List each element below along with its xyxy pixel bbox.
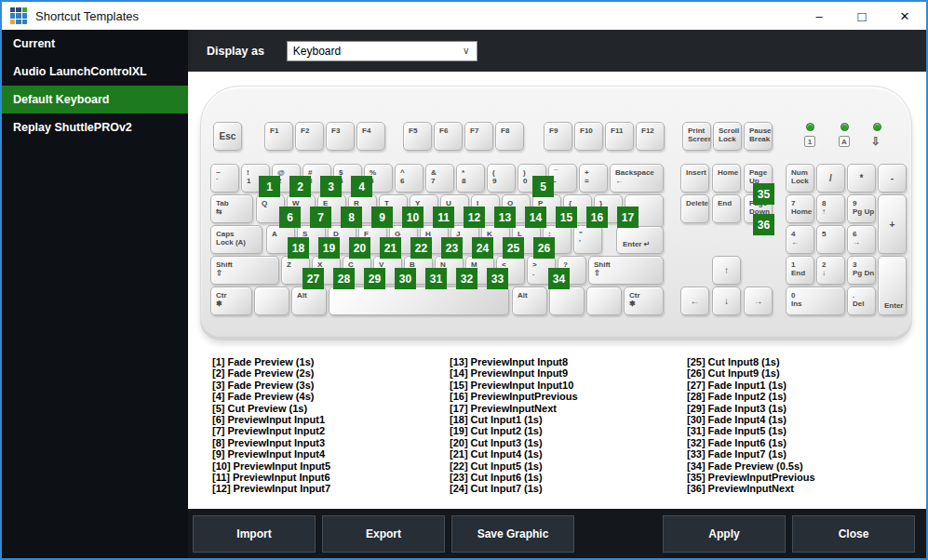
key-alt: Alt bbox=[291, 287, 327, 315]
footer-toolbar: ImportExportSave GraphicApplyClose bbox=[188, 509, 926, 558]
shortcut-list-item: [16] PreviewInputPrevious bbox=[450, 391, 578, 402]
key-label: 9 bbox=[492, 177, 515, 185]
sidebar-item-current[interactable]: Current bbox=[2, 30, 188, 58]
key-label: End bbox=[718, 199, 740, 207]
import-button[interactable]: Import bbox=[193, 515, 316, 553]
key-label: Shift bbox=[216, 260, 278, 269]
shortcut-badge-3: 3 bbox=[320, 176, 342, 197]
shortcut-badge-19: 19 bbox=[318, 237, 340, 259]
key-label: F5 bbox=[409, 127, 431, 135]
key-f6: F6 bbox=[434, 122, 463, 151]
export-button[interactable]: Export bbox=[322, 515, 445, 553]
key-label: F6 bbox=[439, 127, 462, 135]
key-f12: F12 bbox=[636, 122, 665, 151]
key-pause-break: PauseBreak bbox=[744, 122, 773, 151]
app-logo-tile bbox=[16, 13, 20, 18]
shortcut-list-item: [27] Fade Input1 (1s) bbox=[687, 380, 815, 391]
key-label: Pg Up bbox=[853, 207, 875, 216]
key-enter: Enter ↵ bbox=[616, 226, 664, 254]
key-blank: += bbox=[579, 164, 608, 193]
key-f11: F11 bbox=[605, 122, 634, 151]
close-button[interactable]: Close bbox=[792, 515, 915, 553]
key-backspace: Backspace← bbox=[610, 164, 664, 193]
shortcut-badge-30: 30 bbox=[395, 268, 416, 289]
app-logo-tile bbox=[16, 7, 20, 12]
key-label: ← bbox=[615, 177, 663, 185]
shortcut-badge-36: 36 bbox=[753, 214, 774, 235]
key-label: Num bbox=[791, 168, 814, 177]
shortcut-list-item: [9] PreviewInput Input4 bbox=[212, 448, 330, 460]
key-f3: F3 bbox=[326, 122, 355, 151]
key-6: ^6 bbox=[395, 164, 424, 193]
key-label: Insert bbox=[686, 168, 708, 177]
content-panel: EscF1F2F3F4F5F6F7F8F9F10F11F12PrintScree… bbox=[188, 72, 926, 509]
key-label: Ctr bbox=[216, 291, 251, 300]
key-label: Scroll bbox=[719, 127, 741, 135]
window-title: Shortcut Templates bbox=[35, 9, 139, 23]
minimize-button[interactable]: – bbox=[798, 2, 841, 30]
key-label: ~ bbox=[216, 168, 238, 177]
key-label: F3 bbox=[331, 127, 354, 135]
key-label: → bbox=[853, 238, 875, 247]
sidebar-item-replay-shuttleprov2[interactable]: Replay ShuttlePROv2 bbox=[2, 113, 188, 141]
key-f4: F4 bbox=[356, 122, 385, 151]
shortcut-list-item: [21] Cut Input4 (1s) bbox=[450, 448, 578, 460]
shortcut-badge-9: 9 bbox=[371, 207, 393, 228]
apply-button[interactable]: Apply bbox=[663, 515, 786, 553]
app-logo-tile bbox=[22, 20, 27, 24]
key-label: ← bbox=[791, 238, 814, 247]
key-f10: F10 bbox=[574, 122, 603, 151]
app-logo-tile bbox=[16, 20, 20, 24]
key-9: (9 bbox=[487, 164, 516, 193]
key-shift: Shift⇧ bbox=[588, 256, 664, 285]
key-ctr: Ctr✱ bbox=[624, 287, 664, 315]
numlock-led-icon: 1 bbox=[804, 136, 815, 147]
key-label: Lock bbox=[719, 135, 741, 143]
save-graphic-button[interactable]: Save Graphic bbox=[451, 515, 574, 553]
key-label: F11 bbox=[611, 127, 633, 135]
shortcut-badge-22: 22 bbox=[410, 237, 432, 259]
key-f9: F9 bbox=[544, 122, 572, 151]
shortcut-badge-23: 23 bbox=[441, 237, 463, 259]
shortcut-badge-17: 17 bbox=[617, 207, 639, 228]
key-label: " bbox=[579, 230, 601, 238]
key-label: F1 bbox=[270, 127, 292, 135]
shortcut-list-item: [11] PreviewInput Input6 bbox=[212, 472, 330, 483]
key-label: Caps bbox=[216, 230, 262, 238]
app-logo-tile bbox=[10, 13, 15, 18]
shortcut-badge-6: 6 bbox=[279, 207, 301, 228]
shortcut-list-item: [7] PreviewInput Input2 bbox=[212, 425, 330, 436]
shortcut-list-item: [34] Fade Preview (0.5s) bbox=[687, 460, 815, 472]
shortcut-list-item: [35] PreviewInputPrevious bbox=[687, 472, 815, 483]
shortcut-list-item: [6] PreviewInput Input1 bbox=[212, 414, 330, 425]
key-blank: + bbox=[878, 194, 907, 254]
shortcut-badge-20: 20 bbox=[349, 237, 370, 259]
key-f1: F1 bbox=[264, 122, 293, 151]
sidebar-item-audio-launchcontrolxl[interactable]: Audio LaunchControlXL bbox=[2, 58, 188, 86]
key-label: F12 bbox=[641, 127, 664, 135]
shortcut-list-item: [19] Cut Input2 (1s) bbox=[450, 425, 578, 436]
keyboard-led bbox=[873, 123, 881, 131]
key-label: . bbox=[853, 291, 875, 300]
key-7: &7 bbox=[425, 164, 454, 193]
maximize-button[interactable]: □ bbox=[841, 2, 883, 30]
key-blank: * bbox=[847, 164, 876, 193]
key-label: Tab bbox=[216, 199, 252, 207]
close-button[interactable]: ✕ bbox=[883, 2, 926, 30]
shortcut-badge-26: 26 bbox=[533, 237, 555, 259]
key-caps-lock-a: CapsLock (A) bbox=[210, 225, 262, 254]
sidebar-item-default-keyboard[interactable]: Default Keyboard bbox=[2, 86, 188, 113]
key-label: Pg Dn bbox=[853, 269, 875, 277]
key-label: 6 bbox=[400, 177, 423, 185]
display-as-dropdown[interactable]: Keyboard ∨ bbox=[287, 41, 477, 61]
key-alt: Alt bbox=[512, 287, 547, 315]
key-f2: F2 bbox=[295, 122, 324, 151]
key-label: F9 bbox=[549, 127, 572, 135]
shortcut-badge-5: 5 bbox=[532, 176, 554, 197]
key-delete: Delete bbox=[680, 194, 709, 223]
key-label: 1 bbox=[791, 260, 814, 269]
key-scroll-lock: ScrollLock bbox=[713, 122, 742, 151]
key-label: * bbox=[462, 168, 484, 177]
window-controls: – □ ✕ bbox=[798, 2, 926, 30]
key-label: F8 bbox=[501, 127, 523, 135]
